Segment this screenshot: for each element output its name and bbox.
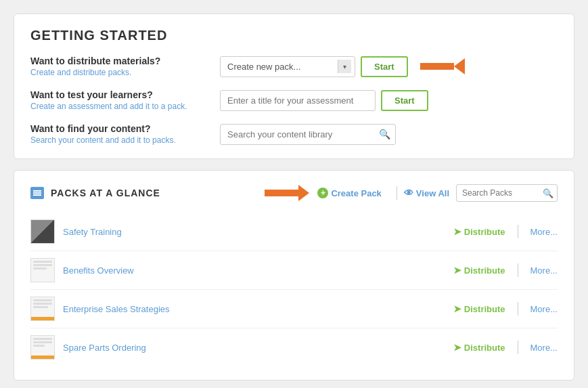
- distribute-label-benefits: Distribute: [464, 265, 505, 276]
- distribute-button-safety[interactable]: ➤ Distribute: [453, 226, 505, 237]
- getting-started-title: GETTING STARTED: [30, 28, 558, 43]
- content-search-input[interactable]: [220, 124, 396, 145]
- assessment-start-button[interactable]: Start: [381, 90, 428, 111]
- pack-list-item: Safety Training ➤ Distribute More...: [30, 213, 558, 251]
- pack-thumbnail-safety: [30, 219, 55, 244]
- distribute-arrow-icon: ➤: [453, 342, 461, 353]
- more-button-safety[interactable]: More...: [530, 227, 558, 237]
- pack-name-spare[interactable]: Spare Parts Ordering: [63, 343, 453, 353]
- item-divider: [518, 225, 518, 238]
- packs-actions: + Create Pack 👁 View All 🔍: [315, 184, 558, 202]
- assessment-label: Want to test your learners? Create an as…: [30, 89, 220, 111]
- item-divider: [518, 263, 518, 277]
- pack-list-item: Benefits Overview ➤ Distribute More...: [30, 251, 558, 290]
- distribute-label-enterprise: Distribute: [464, 304, 505, 314]
- actions-divider: [397, 186, 397, 200]
- create-pack-button[interactable]: + Create Pack: [315, 188, 389, 198]
- more-button-benefits[interactable]: More...: [530, 265, 558, 276]
- content-search-controls: 🔍: [220, 124, 558, 145]
- distribute-arrow-icon: ➤: [453, 226, 461, 237]
- packs-list: Safety Training ➤ Distribute More... Ben…: [30, 213, 558, 366]
- more-button-spare[interactable]: More...: [530, 343, 558, 353]
- packs-card: PACKS AT A GLANCE + Create Pack 👁 View A…: [14, 170, 574, 381]
- assessment-title: Want to test your learners?: [30, 89, 220, 100]
- pack-thumbnail-benefits: [30, 258, 55, 282]
- arrow-to-start-indicator: [420, 58, 465, 74]
- distribute-controls: Create new pack... ▾ Start: [220, 56, 558, 77]
- create-pack-plus-icon: +: [317, 188, 328, 198]
- content-search-row: Want to find your content? Search your c…: [30, 123, 558, 145]
- assessment-title-input[interactable]: [220, 90, 376, 111]
- distribute-title: Want to distribute materials?: [30, 56, 220, 66]
- create-pack-label: Create Pack: [331, 188, 381, 198]
- distribute-button-benefits[interactable]: ➤ Distribute: [453, 265, 505, 276]
- pack-list-item: Enterprise Sales Strategies ➤ Distribute…: [30, 290, 558, 328]
- eye-icon: 👁: [404, 188, 413, 198]
- content-search-wrapper: 🔍: [220, 124, 396, 145]
- distribute-label-spare: Distribute: [464, 343, 505, 353]
- pack-thumbnail-enterprise: [30, 297, 55, 321]
- pack-name-safety[interactable]: Safety Training: [63, 227, 453, 237]
- search-packs-input[interactable]: [456, 184, 558, 202]
- item-divider: [518, 341, 518, 354]
- assessment-row: Want to test your learners? Create an as…: [30, 89, 558, 111]
- view-all-label: View All: [416, 188, 449, 198]
- pack-name-enterprise[interactable]: Enterprise Sales Strategies: [63, 304, 453, 314]
- pack-actions-enterprise: ➤ Distribute More...: [453, 302, 558, 316]
- arrow-to-create-pack: [265, 185, 309, 201]
- view-all-button[interactable]: 👁 View All: [404, 188, 449, 198]
- getting-started-card: GETTING STARTED Want to distribute mater…: [14, 14, 574, 159]
- more-button-enterprise[interactable]: More...: [530, 304, 558, 314]
- pack-list-item: Spare Parts Ordering ➤ Distribute More..…: [30, 328, 558, 366]
- distribute-label: Want to distribute materials? Create and…: [30, 56, 220, 77]
- pack-thumbnail-spare: [30, 335, 55, 360]
- distribute-start-button[interactable]: Start: [361, 56, 408, 77]
- pack-actions-spare: ➤ Distribute More...: [453, 341, 558, 354]
- pack-select-wrapper: Create new pack... ▾: [220, 56, 355, 77]
- pack-actions-benefits: ➤ Distribute More...: [453, 263, 558, 277]
- assessment-controls: Start: [220, 90, 558, 111]
- packs-title: PACKS AT A GLANCE: [51, 188, 160, 198]
- item-divider: [518, 302, 518, 316]
- distribute-button-enterprise[interactable]: ➤ Distribute: [453, 303, 505, 314]
- pack-actions-safety: ➤ Distribute More...: [453, 225, 558, 238]
- content-search-sublabel: Search your content and add it to packs.: [30, 135, 220, 145]
- distribute-arrow-icon: ➤: [453, 303, 461, 314]
- pack-name-benefits[interactable]: Benefits Overview: [63, 265, 453, 276]
- pack-select[interactable]: Create new pack...: [220, 56, 355, 77]
- packs-header: PACKS AT A GLANCE + Create Pack 👁 View A…: [30, 184, 558, 202]
- content-search-title: Want to find your content?: [30, 123, 220, 134]
- content-search-label: Want to find your content? Search your c…: [30, 123, 220, 145]
- distribute-arrow-icon: ➤: [453, 265, 461, 276]
- distribute-row: Want to distribute materials? Create and…: [30, 56, 558, 77]
- distribute-sublabel: Create and distribute packs.: [30, 68, 220, 77]
- packs-title-icon: [30, 187, 44, 199]
- assessment-sublabel: Create an assessment and add it to a pac…: [30, 102, 220, 111]
- distribute-label-safety: Distribute: [464, 227, 505, 237]
- search-packs-wrapper: 🔍: [456, 184, 558, 202]
- distribute-button-spare[interactable]: ➤ Distribute: [453, 342, 505, 353]
